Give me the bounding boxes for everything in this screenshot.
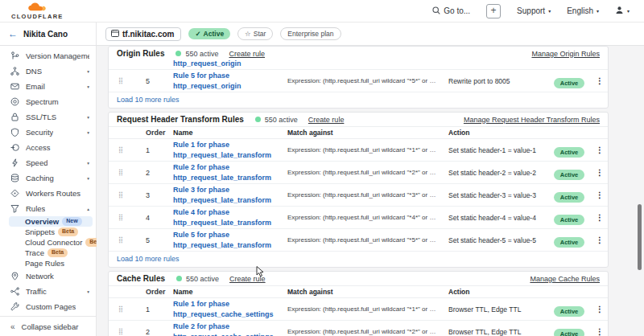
table-row: ⣿ 3 Rule 3 for phasehttp_request_late_tr… [109, 184, 608, 207]
collapse-sidebar-button[interactable]: « Collapse sidebar [0, 316, 96, 336]
sidebar-item-speed[interactable]: Speed ▾ [0, 155, 96, 170]
sidebar-item-dns[interactable]: DNS ▾ [0, 64, 96, 79]
rule-name-link[interactable]: Rule 5 for phasehttp_request_late_transf… [173, 230, 287, 249]
drag-handle-icon[interactable]: ⣿ [109, 169, 146, 176]
chevron-down-icon: ▾ [87, 115, 89, 120]
create-rule-link[interactable]: Create rule [229, 50, 265, 58]
cloudflare-logo[interactable]: CLOUDFLARE [11, 2, 64, 20]
rule-name-link[interactable]: http_request_origin [173, 60, 287, 68]
beta-badge: Beta [47, 248, 68, 256]
kebab-menu-icon[interactable]: ⋮ [592, 327, 608, 336]
sidebar-item-rules-cloud-connector[interactable]: Cloud Connector Beta [0, 237, 96, 248]
access-icon [10, 143, 19, 152]
rule-expression: Expression: (http.request.full_uri wildc… [287, 146, 444, 154]
table-row: ⣿ 1 Rule 1 for phasehttp_request_cache_s… [109, 298, 608, 321]
kebab-menu-icon[interactable]: ⋮ [592, 168, 608, 177]
kebab-menu-icon[interactable]: ⋮ [592, 213, 608, 222]
rule-name-link[interactable]: Rule 1 for phasehttp_request_late_transf… [173, 140, 287, 159]
create-rule-link[interactable]: Create rule [229, 275, 266, 283]
sidebar-item-traffic[interactable]: Traffic ▾ [0, 284, 96, 299]
rule-order: 1 [146, 146, 173, 154]
chevron-down-icon: ▾ [87, 84, 89, 89]
active-status-dot [255, 117, 261, 122]
drag-handle-icon[interactable]: ⣿ [109, 214, 146, 221]
load-more-rules-link[interactable]: Load 10 more rules [109, 252, 608, 267]
rule-action: Set static header-2 = value-2 [444, 169, 547, 177]
manage-transform-rules-link[interactable]: Manage Request Header Transform Rules [464, 116, 600, 124]
rule-expression: Expression: (http.request.full_uri wildc… [287, 236, 444, 244]
sidebar-item-security[interactable]: Security ▾ [0, 125, 96, 140]
domain-selector[interactable]: tf.nikitac.com [105, 27, 181, 41]
chevron-down-icon: ▾ [87, 130, 89, 135]
request-header-transform-rules-card: Request Header Transform Rules 550 activ… [108, 112, 609, 268]
rule-name-link[interactable]: Rule 3 for phasehttp_request_late_transf… [173, 185, 287, 204]
user-menu[interactable]: ▾ [615, 6, 630, 16]
sidebar-item-rules-page-rules[interactable]: Page Rules [0, 258, 96, 268]
sidebar-item-rules-snippets[interactable]: Snippets Beta [0, 227, 96, 237]
kebab-menu-icon[interactable]: ⋮ [592, 145, 608, 154]
rule-expression: Expression: (http.request.full_uri wildc… [287, 328, 444, 335]
table-column-headers: Order Name Match against Action [109, 285, 608, 298]
support-menu[interactable]: Support ▾ [517, 6, 551, 15]
rule-name-link[interactable]: Rule 5 for phasehttp_request_origin [173, 71, 287, 90]
sidebar-item-rules-trace[interactable]: Trace Beta [0, 248, 96, 258]
kebab-menu-icon[interactable]: ⋮ [592, 76, 608, 85]
drag-handle-icon[interactable]: ⣿ [109, 77, 146, 84]
sidebar-item-version-management[interactable]: Version Management [0, 48, 96, 64]
sidebar-item-caching[interactable]: Caching ▾ [0, 170, 96, 186]
zone-status-badge: ✓ Active [188, 28, 230, 39]
sidebar-item-network[interactable]: Network [0, 268, 96, 284]
column-name: Name [173, 287, 287, 297]
drag-handle-icon[interactable]: ⣿ [109, 305, 146, 313]
rule-name-link[interactable]: Rule 1 for phasehttp_request_cache_setti… [173, 299, 287, 318]
map-pin-icon [10, 272, 19, 281]
drag-handle-icon[interactable]: ⣿ [109, 191, 146, 199]
sidebar-item-rules[interactable]: Rules ▴ [0, 201, 96, 216]
sidebar-item-access[interactable]: Access [0, 140, 96, 155]
language-menu[interactable]: English ▾ [567, 6, 599, 15]
sidebar-item-ssl-tls[interactable]: SSL/TLS ▾ [0, 109, 96, 125]
manage-cache-rules-link[interactable]: Manage Cache Rules [530, 275, 600, 283]
wrench-icon [10, 302, 19, 311]
sidebar-item-spectrum[interactable]: Spectrum [0, 94, 96, 109]
manage-origin-rules-link[interactable]: Manage Origin Rules [531, 50, 600, 58]
funnel-icon [10, 204, 19, 213]
rule-name-link[interactable]: Rule 2 for phasehttp_request_late_transf… [173, 162, 287, 182]
rule-action: Set static header-4 = value-4 [444, 214, 547, 222]
beta-badge: Beta [58, 227, 78, 236]
load-more-rules-link[interactable]: Load 10 more rules [109, 92, 608, 108]
chevron-down-icon: ▾ [548, 9, 551, 14]
column-order: Order [146, 129, 173, 137]
kebab-menu-icon[interactable]: ⋮ [592, 191, 608, 199]
drag-handle-icon[interactable]: ⣿ [109, 146, 146, 154]
goto-search[interactable]: Go to... [432, 6, 470, 16]
sidebar-item-workers-routes[interactable]: Workers Routes [0, 186, 96, 201]
user-icon [615, 6, 624, 16]
status-badge: Active [554, 215, 585, 225]
kebab-menu-icon[interactable]: ⋮ [592, 305, 608, 313]
kebab-menu-icon[interactable]: ⋮ [592, 236, 608, 244]
scrollbar-thumb[interactable] [638, 204, 642, 270]
sidebar-item-rules-overview[interactable]: Overview New [9, 216, 93, 227]
cache-rules-card: Cache Rules 550 active Create rule Manag… [108, 271, 609, 336]
drag-handle-icon[interactable]: ⣿ [109, 328, 146, 335]
rule-action: Set static header-5 = value-5 [444, 236, 547, 244]
column-action: Action [444, 288, 547, 296]
sidebar-item-custom-pages[interactable]: Custom Pages [0, 299, 96, 314]
rule-expression: Expression: (http.request.full_uri wildc… [287, 77, 444, 84]
active-status-dot [176, 276, 182, 281]
add-button[interactable]: + [486, 4, 501, 18]
section-title: Cache Rules [117, 274, 165, 283]
star-button[interactable]: ☆ Star [237, 27, 273, 40]
spectrum-icon [10, 97, 19, 106]
database-icon [10, 174, 19, 182]
rule-order: 5 [146, 236, 173, 244]
rule-name-link[interactable]: Rule 4 for phasehttp_request_late_transf… [173, 207, 287, 227]
new-badge: New [62, 217, 81, 225]
rule-order: 3 [146, 191, 173, 199]
back-arrow-icon[interactable]: ← [8, 28, 18, 39]
drag-handle-icon[interactable]: ⣿ [109, 236, 146, 244]
create-rule-link[interactable]: Create rule [308, 116, 345, 124]
sidebar-item-email[interactable]: Email ▾ [0, 79, 96, 94]
rule-name-link[interactable]: Rule 2 for phasehttp_request_cache_setti… [173, 322, 287, 336]
